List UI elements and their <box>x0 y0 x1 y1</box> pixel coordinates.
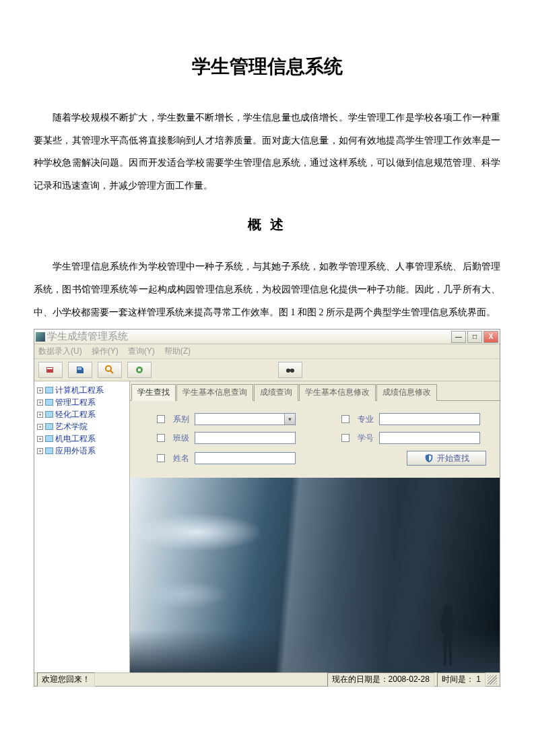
close-button[interactable]: X <box>483 331 498 343</box>
section-heading-overview: 概 述 <box>34 216 500 234</box>
status-bar: 欢迎您回来！ 现在的日期是：2008-02-28 时间是： 1 <box>34 672 500 686</box>
combo-department[interactable]: ▼ <box>195 413 296 425</box>
chevron-down-icon: ▼ <box>284 414 295 424</box>
intro-paragraph-2: 学生管理信息系统作为学校管理中一种子系统，与其她子系统，如教学管理系统、人事管理… <box>34 255 500 323</box>
label-student-no: 学号 <box>354 433 374 444</box>
input-name[interactable] <box>195 452 296 464</box>
minimize-button[interactable]: — <box>451 331 466 343</box>
input-major[interactable] <box>379 413 480 425</box>
maximize-button[interactable]: □ <box>467 331 482 343</box>
intro-paragraph-1: 随着学校规模不断扩大，学生数量不断增长，学生信息量也成倍增长。学生管理工作是学校… <box>34 106 500 197</box>
toolbar-button-2[interactable] <box>68 362 92 378</box>
tree-item[interactable]: +应用外语系 <box>36 445 128 457</box>
status-time: 时间是： 1 <box>437 672 486 687</box>
menu-help[interactable]: 帮助(Z) <box>164 346 191 357</box>
svg-point-0 <box>106 366 111 371</box>
label-class: 班级 <box>169 433 189 444</box>
search-form: 系别 ▼ 专业 班级 学号 <box>130 401 500 478</box>
svg-rect-4 <box>289 369 292 371</box>
tree-item[interactable]: +管理工程系 <box>36 396 128 408</box>
tab-basic-info-edit[interactable]: 学生基本信息修改 <box>299 384 376 401</box>
tab-score-query[interactable]: 成绩查询 <box>254 384 298 401</box>
toolbar-button-4[interactable] <box>127 362 152 378</box>
window-titlebar[interactable]: 学生成绩管理系统 — □ X <box>34 329 500 344</box>
status-welcome: 欢迎您回来！ <box>37 672 95 687</box>
checkbox-major[interactable] <box>341 415 349 423</box>
start-search-button[interactable]: 开始查找 <box>407 451 486 466</box>
checkbox-class[interactable] <box>157 434 165 442</box>
toolbar-button-1[interactable] <box>38 362 63 378</box>
label-name: 姓名 <box>169 453 189 464</box>
resize-grip-icon[interactable] <box>488 675 497 685</box>
background-image-subway <box>130 478 500 672</box>
shield-search-icon <box>424 453 434 463</box>
tab-strip: 学生查找 学生基本信息查询 成绩查询 学生基本信息修改 成绩信息修改 <box>130 381 500 401</box>
document-title: 学生管理信息系统 <box>34 54 500 80</box>
window-title: 学生成绩管理系统 <box>47 330 451 343</box>
menu-operation[interactable]: 操作(Y) <box>92 346 119 357</box>
checkbox-student-no[interactable] <box>341 434 349 442</box>
input-student-no[interactable] <box>379 432 480 444</box>
department-tree: +计算机工程系 +管理工程系 +轻化工程系 +艺术学院 +机电工程系 +应用外语… <box>34 381 130 672</box>
tree-item[interactable]: +机电工程系 <box>36 433 128 445</box>
tree-item[interactable]: +艺术学院 <box>36 420 128 433</box>
checkbox-name[interactable] <box>157 454 165 462</box>
tab-basic-info-query[interactable]: 学生基本信息查询 <box>176 384 253 401</box>
app-icon <box>36 332 45 342</box>
menu-query[interactable]: 查询(Y) <box>128 346 155 357</box>
toolbar-binoculars-button[interactable] <box>278 362 302 378</box>
tree-item[interactable]: +计算机工程系 <box>36 384 128 396</box>
menu-data-entry[interactable]: 数据录入(U) <box>38 346 82 357</box>
toolbar-button-3[interactable] <box>98 362 122 378</box>
menu-bar: 数据录入(U) 操作(Y) 查询(Y) 帮助(Z) <box>34 344 500 359</box>
label-department: 系别 <box>169 414 189 425</box>
status-date: 现在的日期是：2008-02-28 <box>327 672 434 687</box>
toolbar <box>34 359 500 381</box>
tab-student-search[interactable]: 学生查找 <box>131 384 176 401</box>
label-major: 专业 <box>354 414 374 425</box>
checkbox-department[interactable] <box>157 415 165 423</box>
tree-item[interactable]: +轻化工程系 <box>36 408 128 420</box>
tab-score-edit[interactable]: 成绩信息修改 <box>376 384 437 401</box>
input-class[interactable] <box>195 432 296 444</box>
app-window: 学生成绩管理系统 — □ X 数据录入(U) 操作(Y) 查询(Y) 帮助(Z)… <box>34 329 500 687</box>
